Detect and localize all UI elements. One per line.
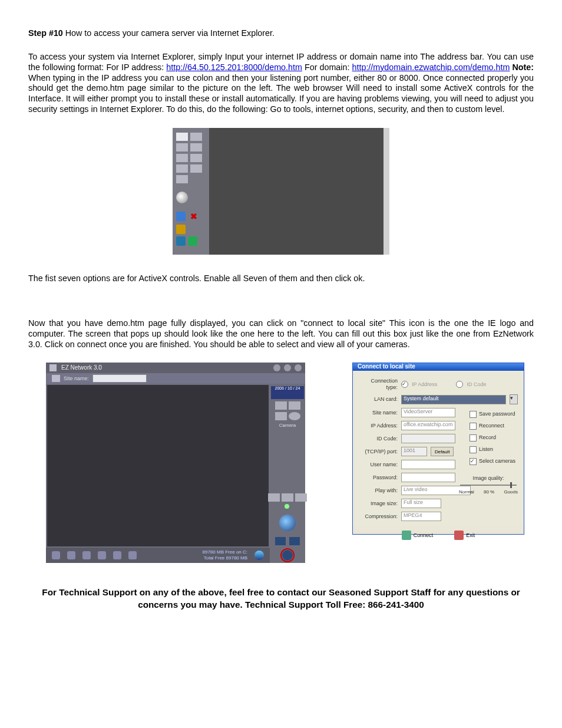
size-label: Image size: — [359, 500, 398, 507]
layout-2x2-icon[interactable] — [176, 143, 188, 151]
layout-control-column: ✖ — [176, 133, 204, 246]
status-icon-1[interactable] — [52, 551, 60, 559]
chk-selcam-label: Select cameras — [479, 458, 515, 465]
side-layout-icon-3[interactable] — [275, 412, 287, 420]
eznetwork-side-panel: 2006 / 10 / 24 Camera — [270, 384, 305, 548]
status-icon-2[interactable] — [67, 551, 75, 559]
min-button[interactable] — [273, 364, 280, 371]
date-text: 2006 / 10 / 24 — [275, 386, 300, 391]
chk-record[interactable] — [470, 434, 477, 442]
site-label: Site name: — [359, 410, 398, 416]
side-icon-b[interactable] — [282, 493, 293, 502]
step-number: Step #10 — [28, 28, 63, 38]
ip-link[interactable]: http://64.50.125.201:8000/demo.htm — [166, 62, 302, 72]
compression-select[interactable]: MPEG4 — [401, 512, 441, 521]
view-toggle-icon[interactable] — [52, 375, 60, 382]
quality-normal-label: Normal — [459, 489, 474, 495]
play-icon[interactable] — [176, 192, 188, 203]
tool-icon-3[interactable] — [188, 236, 197, 246]
connect-icon[interactable] — [176, 212, 186, 221]
tool-icon-2[interactable] — [176, 236, 186, 246]
date-block: 2006 / 10 / 24 — [271, 386, 304, 399]
layout-3x3-icon[interactable] — [176, 154, 188, 162]
quality-good-label: Goods — [504, 489, 518, 495]
max-button[interactable] — [284, 364, 291, 371]
close-button[interactable] — [295, 364, 302, 371]
side-play-icon[interactable] — [289, 412, 300, 420]
lan-label: LAN card: — [359, 396, 398, 403]
site-name-input[interactable]: VideoServer — [401, 408, 455, 417]
port-input[interactable]: 1001 — [401, 447, 427, 456]
chk-savepw[interactable] — [470, 411, 477, 418]
lan-dropdown-arrow[interactable]: ▾ — [510, 394, 518, 404]
activex-paragraph: The fist seven options are for ActiveX c… — [28, 274, 534, 284]
exit-button-label: Exit — [466, 532, 475, 539]
intro-paragraph: To access your system via Internet Explo… — [28, 52, 534, 115]
chk-selcam[interactable] — [470, 458, 477, 465]
connect-button-icon — [402, 531, 411, 540]
layout-4x4-icon[interactable] — [176, 164, 188, 173]
quality-slider[interactable] — [460, 485, 517, 486]
intro-text-3: When typing in the IP address you can us… — [28, 73, 534, 114]
radio-ip[interactable] — [401, 381, 408, 388]
comp-label: Compression: — [359, 513, 398, 520]
dialog-checkbox-column: Save password Reconnect Record Listen Se… — [470, 411, 515, 465]
connect-dialog: Connect to local site Connection type: I… — [352, 363, 524, 535]
image-quality-block: Image quality: Normal 80 % Goods — [459, 475, 518, 496]
disconnect-x-icon[interactable]: ✖ — [190, 212, 197, 222]
radio-ip-label: IP Address — [412, 381, 437, 388]
image-size-select[interactable]: Full size — [401, 499, 441, 508]
chk-listen[interactable] — [470, 446, 477, 453]
side-layout-icon-1[interactable] — [275, 401, 287, 410]
port-default-button[interactable]: Default — [431, 447, 454, 456]
ip-address-input[interactable]: office.ezwatchip.com — [401, 421, 455, 430]
pass-label: Password: — [359, 475, 398, 481]
quality-pct-label: 80 % — [484, 489, 494, 495]
eznetwork-subbar: Site name: — [46, 373, 305, 384]
username-input[interactable] — [401, 460, 455, 469]
step-title: How to access your camera server via Int… — [63, 28, 275, 38]
side-layout-icon-2[interactable] — [289, 401, 300, 410]
exit-button[interactable]: Exit — [454, 531, 475, 540]
connect-button[interactable]: Connect — [402, 531, 434, 540]
tool-icon-1[interactable] — [176, 225, 186, 234]
layout-3b-icon[interactable] — [190, 154, 202, 162]
chk-reconnect[interactable] — [470, 423, 477, 430]
password-input[interactable] — [401, 473, 455, 482]
layout-5x5-icon[interactable] — [176, 175, 188, 183]
dialog-button-row: Connect Exit — [353, 526, 524, 545]
layout-2b-icon[interactable] — [190, 143, 202, 151]
eznetwork-title-text: EZ Network 3.0 — [61, 364, 102, 372]
screenshot-1-wrapper: ✖ — [28, 128, 534, 255]
radio-idcode[interactable] — [456, 381, 463, 388]
eznetwork-mic-cell — [270, 548, 305, 563]
chk-listen-label: Listen — [479, 446, 493, 453]
chk-record-label: Record — [479, 434, 496, 441]
layout-2a-icon[interactable] — [190, 133, 202, 141]
globe-icon[interactable] — [254, 551, 264, 560]
status-icon-4[interactable] — [98, 551, 106, 559]
lan-select[interactable]: System default — [401, 395, 506, 404]
layout-4b-icon[interactable] — [190, 164, 202, 173]
status-icon-3[interactable] — [82, 551, 91, 559]
dialog-title-bar: Connect to local site — [353, 363, 524, 371]
side-icon-c[interactable] — [295, 493, 307, 502]
domain-link[interactable]: http://mydomain.ezwatchip.com/demo.htm — [352, 62, 510, 72]
side-icon-a[interactable] — [268, 493, 280, 502]
mic-icon-circled[interactable] — [282, 550, 293, 561]
app-icon — [49, 364, 57, 371]
status-icon-6[interactable] — [128, 551, 137, 559]
chk-reconnect-label: Reconnect — [479, 423, 504, 429]
status-icon-5[interactable] — [113, 551, 121, 559]
screenshot-row-2: EZ Network 3.0 Site name: 2006 / 10 / 24… — [28, 363, 534, 563]
layout-1x1-icon[interactable] — [176, 133, 188, 141]
idcode-label: ID Code: — [359, 436, 398, 442]
bot-icon-2[interactable] — [289, 537, 300, 545]
ptz-control-icon[interactable] — [279, 515, 296, 531]
step-heading: Step #10 How to access your camera serve… — [28, 28, 534, 39]
idcode-input[interactable] — [401, 434, 455, 443]
bot-icon-1[interactable] — [275, 537, 286, 545]
site-name-dropdown[interactable] — [92, 374, 147, 383]
conn-type-label: Connection type: — [359, 378, 398, 391]
eznetwork-window: EZ Network 3.0 Site name: 2006 / 10 / 24… — [46, 363, 305, 563]
